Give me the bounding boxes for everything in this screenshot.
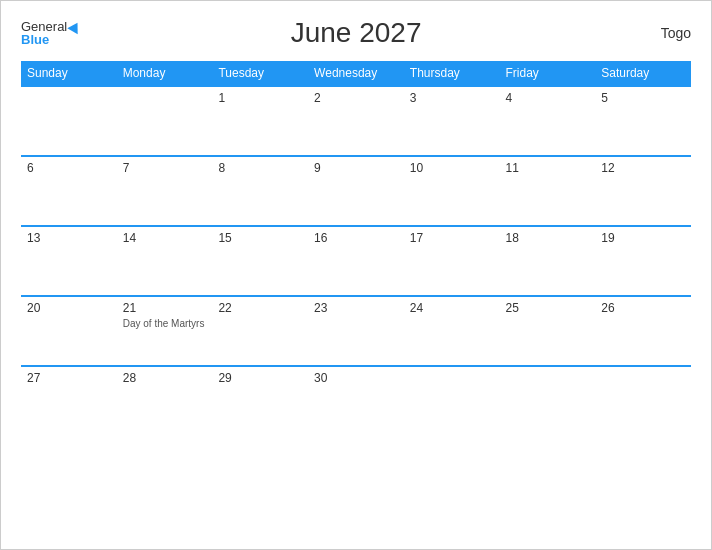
day-header-sunday: Sunday — [21, 61, 117, 86]
day-number: 20 — [27, 301, 111, 315]
calendar-cell: 12 — [595, 156, 691, 226]
calendar-cell — [21, 86, 117, 156]
calendar-cell: 27 — [21, 366, 117, 436]
day-number: 30 — [314, 371, 398, 385]
day-number: 19 — [601, 231, 685, 245]
day-number: 26 — [601, 301, 685, 315]
day-number: 22 — [218, 301, 302, 315]
calendar-cell: 26 — [595, 296, 691, 366]
calendar-cell: 25 — [500, 296, 596, 366]
day-number: 13 — [27, 231, 111, 245]
day-header-tuesday: Tuesday — [212, 61, 308, 86]
week-row-1: 6789101112 — [21, 156, 691, 226]
calendar-cell: 22 — [212, 296, 308, 366]
calendar-cell — [595, 366, 691, 436]
calendar-cell: 18 — [500, 226, 596, 296]
day-number: 8 — [218, 161, 302, 175]
calendar-cell: 10 — [404, 156, 500, 226]
calendar-cell: 9 — [308, 156, 404, 226]
week-row-4: 27282930 — [21, 366, 691, 436]
calendar-cell: 6 — [21, 156, 117, 226]
day-number: 6 — [27, 161, 111, 175]
day-number: 10 — [410, 161, 494, 175]
calendar-header: General Blue June 2027 Togo — [21, 17, 691, 49]
calendar-title: June 2027 — [81, 17, 631, 49]
day-number: 23 — [314, 301, 398, 315]
day-number: 3 — [410, 91, 494, 105]
calendar-cell: 30 — [308, 366, 404, 436]
calendar-cell: 8 — [212, 156, 308, 226]
calendar-cell: 29 — [212, 366, 308, 436]
calendar-cell: 20 — [21, 296, 117, 366]
day-number: 5 — [601, 91, 685, 105]
day-number: 24 — [410, 301, 494, 315]
logo-blue-text: Blue — [21, 33, 49, 46]
day-header-friday: Friday — [500, 61, 596, 86]
event-text: Day of the Martyrs — [123, 318, 207, 329]
calendar-cell: 16 — [308, 226, 404, 296]
logo-area: General Blue — [21, 20, 81, 46]
day-header-saturday: Saturday — [595, 61, 691, 86]
country-label: Togo — [631, 25, 691, 41]
calendar-cell — [404, 366, 500, 436]
day-number: 21 — [123, 301, 207, 315]
day-number: 28 — [123, 371, 207, 385]
day-number: 11 — [506, 161, 590, 175]
day-number: 16 — [314, 231, 398, 245]
calendar-cell: 13 — [21, 226, 117, 296]
day-number: 4 — [506, 91, 590, 105]
days-header-row: SundayMondayTuesdayWednesdayThursdayFrid… — [21, 61, 691, 86]
day-number: 12 — [601, 161, 685, 175]
day-header-wednesday: Wednesday — [308, 61, 404, 86]
calendar-grid: SundayMondayTuesdayWednesdayThursdayFrid… — [21, 61, 691, 436]
calendar-cell: 7 — [117, 156, 213, 226]
week-row-2: 13141516171819 — [21, 226, 691, 296]
day-number: 29 — [218, 371, 302, 385]
calendar-cell: 23 — [308, 296, 404, 366]
calendar-cell: 17 — [404, 226, 500, 296]
day-number: 15 — [218, 231, 302, 245]
calendar-cell: 15 — [212, 226, 308, 296]
calendar-cell: 21Day of the Martyrs — [117, 296, 213, 366]
day-number: 7 — [123, 161, 207, 175]
calendar-cell: 24 — [404, 296, 500, 366]
day-number: 2 — [314, 91, 398, 105]
day-header-monday: Monday — [117, 61, 213, 86]
day-number: 25 — [506, 301, 590, 315]
day-number: 9 — [314, 161, 398, 175]
calendar-cell: 3 — [404, 86, 500, 156]
calendar-cell: 5 — [595, 86, 691, 156]
calendar-cell: 28 — [117, 366, 213, 436]
calendar-container: General Blue June 2027 Togo SundayMonday… — [0, 0, 712, 550]
day-header-thursday: Thursday — [404, 61, 500, 86]
calendar-cell: 4 — [500, 86, 596, 156]
day-number: 27 — [27, 371, 111, 385]
week-row-0: 12345 — [21, 86, 691, 156]
day-number: 18 — [506, 231, 590, 245]
day-number: 14 — [123, 231, 207, 245]
calendar-cell — [500, 366, 596, 436]
calendar-cell: 19 — [595, 226, 691, 296]
calendar-cell — [117, 86, 213, 156]
day-number: 17 — [410, 231, 494, 245]
calendar-cell: 2 — [308, 86, 404, 156]
day-number: 1 — [218, 91, 302, 105]
calendar-cell: 14 — [117, 226, 213, 296]
calendar-cell: 11 — [500, 156, 596, 226]
calendar-cell: 1 — [212, 86, 308, 156]
week-row-3: 2021Day of the Martyrs2223242526 — [21, 296, 691, 366]
